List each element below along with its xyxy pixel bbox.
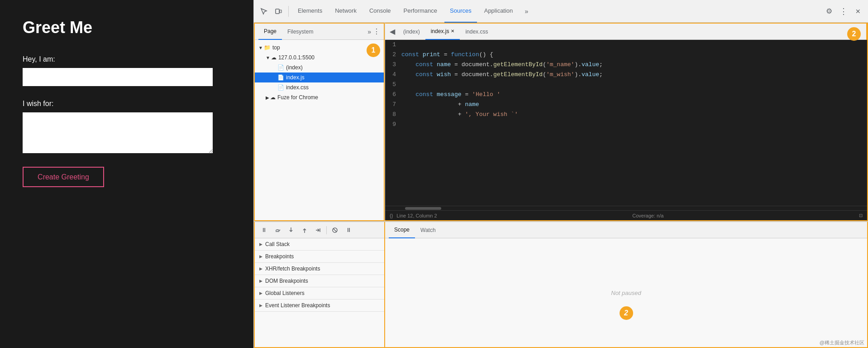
more-tabs-button[interactable]: » (520, 5, 533, 18)
tab-console[interactable]: Console (364, 0, 396, 23)
code-editor-scrollbar[interactable] (385, 206, 867, 210)
breakpoints-chevron: ▶ (259, 254, 262, 259)
web-app-panel: Greet Me Hey, I am: I wish for: Create G… (0, 0, 253, 348)
chevron-top: ▼ (258, 45, 263, 50)
file-tree-item-top[interactable]: ▼ 📁 top (255, 43, 384, 53)
editor-tabs-wrapper: ◀ (index) index.js ✕ index.css 2 (385, 23, 867, 40)
code-line-5: 5 (385, 80, 867, 90)
debug-toolbar: ⏸ (255, 222, 384, 238)
debug-controls-panel: ⏸ (254, 222, 385, 348)
status-left: {} Line 12, Column 2 (390, 213, 437, 218)
code-line-1: 1 (385, 40, 867, 50)
badge-1: 1 (367, 44, 380, 57)
event-listener-chevron: ▶ (259, 303, 262, 308)
code-line-2: 2 const print = function() { (385, 50, 867, 60)
code-line-8: 8 + ', Your wish `' (385, 110, 867, 120)
curly-braces-icon: {} (390, 213, 393, 218)
scope-tab-watch[interactable]: Watch (415, 222, 441, 238)
inspect-icon[interactable] (258, 5, 270, 18)
more-menu-button[interactable]: ⋮ (837, 5, 850, 18)
tab-application[interactable]: Application (479, 0, 519, 23)
code-line-3: 3 const name = document.getElementById('… (385, 60, 867, 70)
tab-sources[interactable]: Sources (444, 0, 477, 23)
svg-rect-0 (276, 9, 279, 14)
dom-breakpoints-header[interactable]: ▶ DOM Breakpoints (255, 275, 384, 287)
js-file-icon: 📄 (277, 74, 284, 81)
sidebar-tab-filesystem[interactable]: Filesystem (282, 24, 319, 40)
watermark: @稀土掘金技术社区 (820, 339, 864, 346)
breakpoints-header[interactable]: ▶ Breakpoints (255, 251, 384, 262)
global-chevron: ▶ (259, 291, 262, 295)
coverage-status: Coverage: n/a (632, 213, 663, 218)
badge-2: 2 (847, 27, 861, 41)
tab-performance[interactable]: Performance (398, 0, 443, 23)
dom-breakpoints-section: ▶ DOM Breakpoints (255, 275, 384, 287)
close-devtools-button[interactable]: ✕ (852, 5, 864, 18)
sidebar-more-tabs[interactable]: » (367, 28, 371, 35)
device-toggle-icon[interactable] (272, 5, 285, 18)
call-stack-section: ▶ Call Stack (255, 238, 384, 251)
global-listeners-header[interactable]: ▶ Global Listeners (255, 287, 384, 299)
xhr-chevron: ▶ (259, 266, 262, 271)
file-tree-sidebar: Page Filesystem » ⋮ 1 ▼ 📁 top (254, 23, 385, 221)
settings-button[interactable]: ⚙ (823, 5, 835, 18)
code-editor-area: ◀ (index) index.js ✕ index.css 2 (385, 23, 868, 221)
sidebar-tab-page[interactable]: Page (258, 24, 282, 40)
pause-exceptions-button[interactable]: ⏸ (343, 225, 354, 236)
folder-icon: 📁 (264, 44, 271, 51)
code-line-6: 6 const message = 'Hello ' (385, 90, 867, 100)
code-editor[interactable]: 1 2 const print = function() { 3 const n… (385, 40, 867, 206)
create-greeting-button[interactable]: Create Greeting (23, 167, 104, 187)
xhr-breakpoints-section: ▶ XHR/fetch Breakpoints (255, 263, 384, 275)
step-out-button[interactable] (299, 225, 310, 236)
editor-tabs: ◀ (index) index.js ✕ index.css 2 (385, 24, 866, 40)
badge-3: 2 (620, 306, 633, 320)
file-tree-item-server[interactable]: ▼ ☁ 127.0.0.1:5500 (255, 53, 384, 63)
name-input[interactable] (23, 68, 213, 86)
step-button[interactable] (313, 225, 324, 236)
pause-button[interactable]: ⏸ (258, 225, 269, 236)
dom-chevron: ▶ (259, 279, 262, 283)
file-tree-item-indexcss[interactable]: ▶ 📄 index.css (255, 82, 384, 92)
editor-tab-indexcss[interactable]: index.css (460, 24, 493, 40)
editor-tab-index[interactable]: (index) (398, 24, 425, 40)
xhr-breakpoints-header[interactable]: ▶ XHR/fetch Breakpoints (255, 263, 384, 275)
code-line-9: 9 (385, 120, 867, 130)
wish-textarea[interactable] (23, 112, 213, 153)
file-tree-item-index[interactable]: ▶ 📄 (index) (255, 63, 384, 72)
sidebar-file-panel: 1 ▼ 📁 top ▼ ☁ 127.0.0.1:5500 (254, 40, 385, 221)
status-position: Line 12, Column 2 (396, 213, 437, 218)
scope-watch-panel: Scope Watch Not paused 2 (385, 222, 868, 348)
step-over-button[interactable] (272, 225, 283, 236)
editor-back-button[interactable]: ◀ (387, 27, 398, 36)
scope-tab-scope[interactable]: Scope (389, 222, 415, 238)
sidebar-kebab-menu[interactable]: ⋮ (373, 27, 380, 36)
chevron-fuze: ▶ (266, 95, 269, 100)
breakpoints-section: ▶ Breakpoints (255, 251, 384, 263)
deactivate-breakpoints-button[interactable] (329, 225, 340, 236)
collapse-icon[interactable]: ⊡ (859, 213, 863, 218)
svg-rect-1 (280, 10, 281, 13)
sidebar-tabs: Page Filesystem » ⋮ (255, 24, 384, 40)
not-paused-text: Not paused (611, 290, 641, 296)
file-tree-item-indexjs[interactable]: ▶ 📄 index.js (255, 72, 384, 82)
devtools-main-content: Page Filesystem » ⋮ 1 ▼ 📁 top (254, 23, 868, 221)
debug-sections: ▶ Call Stack ▶ Breakpoints ▶ XHR/fetch B… (255, 238, 384, 347)
call-stack-header[interactable]: ▶ Call Stack (255, 238, 384, 250)
event-listener-header[interactable]: ▶ Event Listener Breakpoints (255, 300, 384, 311)
close-tab-icon[interactable]: ✕ (451, 29, 454, 34)
scrollbar-thumb[interactable] (405, 207, 441, 210)
debug-separator (326, 226, 327, 234)
step-into-button[interactable] (286, 225, 296, 236)
devtools-panel: Elements Network Console Performance Sou… (253, 0, 868, 348)
tab-network[interactable]: Network (329, 0, 362, 23)
svg-line-7 (333, 228, 337, 232)
call-stack-chevron: ▶ (259, 242, 262, 246)
file-icon: 📄 (277, 64, 284, 71)
file-tree: ▼ 📁 top ▼ ☁ 127.0.0.1:5500 ▶ (255, 40, 384, 105)
name-label: Hey, I am: (23, 55, 231, 63)
cloud-folder-icon: ☁ (271, 54, 277, 61)
file-tree-item-fuze[interactable]: ▶ ☁ Fuze for Chrome (255, 92, 384, 102)
editor-tab-indexjs[interactable]: index.js ✕ (425, 24, 460, 40)
tab-elements[interactable]: Elements (292, 0, 328, 23)
